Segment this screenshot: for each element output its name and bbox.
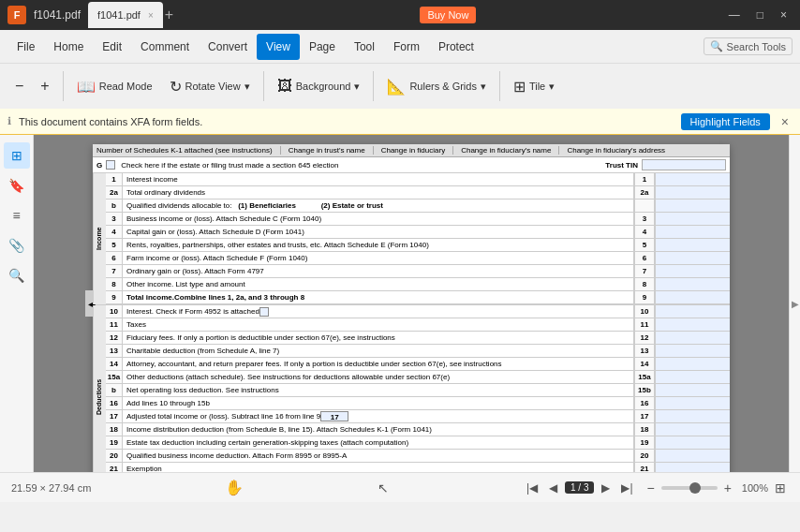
nav-edit[interactable]: Edit — [93, 34, 131, 60]
last-page-btn[interactable]: ▶| — [617, 480, 636, 496]
row-value-field[interactable] — [655, 252, 730, 264]
row-value-field[interactable] — [655, 200, 730, 212]
row-value-field[interactable] — [655, 423, 730, 436]
table-row: 12 Fiduciary fees. If only a portion is … — [106, 332, 730, 345]
read-mode-btn[interactable]: 📖 Read Mode — [69, 69, 160, 103]
nav-tool[interactable]: Tool — [345, 34, 384, 60]
row-number: 7 — [106, 265, 123, 277]
row-value-field[interactable] — [655, 345, 730, 357]
row-value-field[interactable] — [655, 213, 730, 225]
section-645-checkbox[interactable] — [106, 160, 115, 170]
row-label: Rents, royalties, partnerships, other es… — [123, 239, 634, 251]
row-right-num: 17 — [634, 410, 655, 422]
nav-page[interactable]: Page — [300, 34, 345, 60]
right-collapse-btn[interactable]: ▶ — [792, 299, 799, 309]
prev-page-btn[interactable]: ◀ — [545, 480, 561, 496]
hand-icon: ✋ — [225, 479, 244, 496]
row-value-field[interactable] — [655, 291, 730, 303]
zoom-out-btn[interactable]: − — [7, 69, 31, 103]
sidebar-search-btn[interactable]: 🔍 — [4, 262, 30, 288]
new-tab-btn[interactable]: + — [165, 7, 173, 23]
nav-protect[interactable]: Protect — [429, 34, 483, 60]
row-value-field[interactable] — [655, 173, 730, 185]
row-number: 13 — [106, 345, 123, 357]
row-label: Interest income — [123, 173, 634, 185]
table-row: 6 Farm income or (loss). Attach Schedule… — [106, 252, 730, 265]
minimize-btn[interactable]: — — [723, 7, 746, 23]
cursor-tool-btn[interactable]: ↖ — [378, 480, 389, 495]
nav-form[interactable]: Form — [384, 34, 429, 60]
title-bar-center: Buy Now — [173, 7, 723, 23]
close-btn[interactable]: × — [775, 7, 793, 23]
row-value-field[interactable] — [655, 305, 730, 318]
row-value-field[interactable] — [655, 239, 730, 251]
highlight-fields-btn[interactable]: Highlight Fields — [681, 113, 770, 130]
rotate-view-btn[interactable]: ↻ Rotate View ▾ — [162, 69, 258, 103]
tile-btn[interactable]: ⊞ Tile ▾ — [506, 69, 562, 103]
fit-page-btn[interactable]: ⊞ — [772, 480, 789, 495]
row-number: 14 — [106, 358, 123, 370]
hand-tool-btn[interactable]: ✋ — [225, 479, 244, 496]
row-right-num: 15b — [634, 384, 655, 396]
pdf-container[interactable]: ◀ Number of Schedules K-1 attached (see … — [34, 135, 789, 472]
row-right-num: 7 — [634, 265, 655, 277]
active-tab[interactable]: f1041.pdf × — [88, 2, 163, 28]
nav-home[interactable]: Home — [44, 34, 93, 60]
row-value-field[interactable] — [655, 265, 730, 277]
zoom-in-btn[interactable]: + — [33, 69, 56, 103]
maximize-btn[interactable]: □ — [751, 7, 769, 23]
row-value-field[interactable] — [655, 358, 730, 370]
tab-close-btn[interactable]: × — [148, 10, 154, 21]
search-tools[interactable]: 🔍 Search Tools — [704, 37, 793, 55]
table-row: 17 Adjusted total income or (loss). Subt… — [106, 410, 730, 423]
row-value-field[interactable] — [655, 463, 730, 472]
row-right-num: 20 — [634, 450, 655, 462]
row-value-field[interactable] — [655, 384, 730, 396]
row-number: 21 — [106, 463, 123, 472]
next-page-btn[interactable]: ▶ — [598, 480, 614, 496]
row-right-num: 13 — [634, 345, 655, 357]
table-row: 19 Estate tax deduction including certai… — [106, 436, 730, 450]
trust-tin-field[interactable] — [642, 159, 726, 170]
zoom-slider[interactable] — [661, 486, 718, 490]
row-right-num: 18 — [634, 423, 655, 436]
row-value-field[interactable] — [655, 436, 730, 449]
row-right-num: 16 — [634, 397, 655, 409]
row-value-field[interactable] — [655, 450, 730, 462]
first-page-btn[interactable]: |◀ — [523, 480, 541, 496]
nav-comment[interactable]: Comment — [131, 34, 199, 60]
row-right-num: 19 — [634, 436, 655, 449]
row-value-field[interactable] — [655, 318, 730, 331]
row-value-field[interactable] — [655, 186, 730, 199]
notification-close-btn[interactable]: × — [778, 114, 793, 129]
buy-now-btn[interactable]: Buy Now — [420, 7, 476, 23]
row-value-field[interactable] — [655, 226, 730, 238]
zoom-decrease-btn[interactable]: − — [644, 480, 658, 495]
ribbon-nav: File Home Edit Comment Convert View Page… — [0, 30, 800, 64]
row-value-field[interactable] — [655, 371, 730, 383]
rotate-chevron-icon: ▾ — [244, 81, 250, 93]
nav-file[interactable]: File — [7, 34, 44, 60]
left-sidebar: ⊞ 🔖 ≡ 📎 🔍 — [0, 135, 34, 472]
row-value-field[interactable] — [655, 397, 730, 409]
sidebar-pages-btn[interactable]: ⊞ — [4, 142, 30, 169]
row-value-field[interactable] — [655, 278, 730, 290]
row-number: 9 — [106, 291, 123, 303]
row-g-num: G — [96, 161, 102, 170]
row-value-field[interactable] — [655, 410, 730, 422]
rulers-grids-btn[interactable]: 📐 Rulers & Grids ▾ — [379, 69, 494, 103]
row-label: Interest. Check if Form 4952 is attached — [123, 305, 634, 318]
title-bar: F f1041.pdf f1041.pdf × + Buy Now — □ × — [0, 0, 800, 30]
row-right-num: 9 — [634, 291, 655, 303]
table-row: 3 Business income or (loss). Attach Sche… — [106, 213, 730, 226]
sidebar-attachments-btn[interactable]: 📎 — [4, 232, 30, 259]
nav-view[interactable]: View — [257, 34, 300, 60]
trust-name-label: Change in trust's name — [280, 146, 365, 155]
zoom-increase-btn[interactable]: + — [721, 480, 734, 495]
sidebar-layers-btn[interactable]: ≡ — [4, 202, 30, 229]
row-value-field[interactable] — [655, 332, 730, 344]
sidebar-bookmarks-btn[interactable]: 🔖 — [4, 172, 30, 199]
background-btn[interactable]: 🖼 Background ▾ — [270, 69, 368, 103]
table-row: 9 Total income. Combine lines 1, 2a, and… — [106, 291, 730, 304]
nav-convert[interactable]: Convert — [199, 34, 257, 60]
